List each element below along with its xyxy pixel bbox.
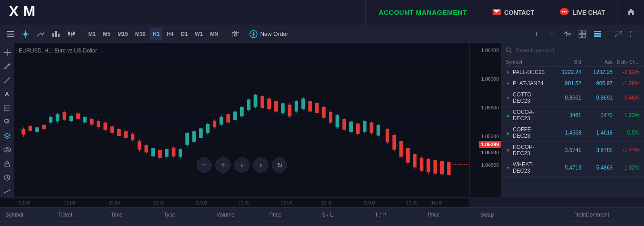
- svg-rect-160: [363, 121, 366, 132]
- zoom-out-btn[interactable]: −: [545, 28, 558, 40]
- svg-rect-80: [90, 119, 94, 125]
- timeframe-d1[interactable]: D1: [178, 28, 190, 40]
- symbol-daily: -2.12%: [613, 69, 640, 75]
- home-btn[interactable]: [618, 0, 644, 25]
- svg-rect-66: [42, 125, 46, 129]
- symbol-row[interactable]: ▼ PLAT-JAN24 901.52 905.97 -1.26%: [501, 78, 644, 89]
- search-symbol-input[interactable]: [515, 47, 640, 53]
- line-tool[interactable]: [1, 74, 13, 86]
- trade-tool[interactable]: [1, 186, 13, 197]
- line-chart-btn[interactable]: [34, 28, 47, 40]
- camera-btn[interactable]: [229, 28, 242, 40]
- timeframe-h4[interactable]: H4: [164, 28, 176, 40]
- new-order-btn[interactable]: New Order: [244, 28, 294, 40]
- svg-rect-172: [406, 148, 410, 162]
- svg-rect-154: [343, 119, 346, 130]
- svg-rect-138: [288, 105, 292, 117]
- scroll-right-btn[interactable]: ›: [253, 157, 268, 173]
- timeframe-m30[interactable]: M30: [133, 28, 148, 40]
- left-tools: A: [0, 43, 14, 197]
- contact-label: CONTACT: [504, 9, 534, 16]
- x-label-11: 15:00: [431, 200, 442, 205]
- current-price-tag-2: 1.05200: [481, 150, 499, 155]
- timeframe-m15[interactable]: M15: [115, 28, 130, 40]
- symbol-row[interactable]: ▲ COCOA-DEC23 3461 3470 1.23%: [501, 107, 644, 124]
- zoom-in-btn[interactable]: +: [530, 28, 543, 40]
- svg-point-46: [6, 149, 8, 151]
- list-view-btn[interactable]: [591, 28, 604, 40]
- svg-rect-92: [131, 134, 134, 140]
- symbol-name: PALL-DEC23: [513, 69, 550, 75]
- svg-line-50: [7, 178, 9, 179]
- fibonacci-tool[interactable]: [1, 102, 13, 113]
- svg-rect-74: [69, 116, 73, 121]
- symbol-bid: 3.6741: [550, 147, 581, 153]
- svg-rect-8: [7, 31, 14, 32]
- symbol-ask: 3.6788: [581, 147, 613, 153]
- svg-rect-60: [21, 129, 25, 135]
- bar-chart-btn[interactable]: [49, 28, 63, 40]
- scroll-left-btn[interactable]: ‹: [234, 157, 249, 173]
- symbol-row[interactable]: ▼ WHEAT-DEC23 5.4713 5.4863 1.32%: [501, 159, 644, 177]
- zoom-in-chart-btn[interactable]: +: [215, 157, 231, 173]
- eye-tool[interactable]: [1, 144, 13, 156]
- zoom-out-chart-btn[interactable]: −: [197, 157, 212, 173]
- search-icon: [506, 47, 512, 53]
- arrow-down-icon: ▼: [506, 148, 510, 153]
- home-icon: [627, 8, 635, 17]
- svg-rect-170: [399, 141, 403, 156]
- symbol-table-header: Symbol Bid Ask Daily Ch...: [501, 57, 644, 67]
- bottom-status-bar: Balance: 10 000.00 Equity: 10 000.00 Mar…: [0, 222, 644, 226]
- nav-actions: ACCOUNT MANAGEMENT CONTACT LIVE CHAT: [365, 0, 644, 25]
- current-price-tag: 1.05299: [479, 141, 501, 148]
- svg-rect-114: [206, 124, 210, 133]
- trade-col-sl: S / L: [322, 212, 375, 218]
- svg-rect-84: [103, 122, 107, 130]
- layers-tool[interactable]: [1, 130, 13, 142]
- symbol-row[interactable]: ▼ HGCOP-DEC23 3.6741 3.6788 -1.47%: [501, 142, 644, 159]
- account-management-btn[interactable]: ACCOUNT MANAGEMENT: [365, 0, 479, 25]
- text-tool[interactable]: A: [1, 88, 13, 100]
- svg-rect-23: [232, 32, 239, 37]
- svg-rect-102: [165, 149, 168, 157]
- link-tool[interactable]: [1, 116, 13, 127]
- symbol-ask: 0.8691: [581, 95, 613, 101]
- timeframe-mn[interactable]: MN: [207, 28, 221, 40]
- timeframe-m5[interactable]: M5: [100, 28, 113, 40]
- timeframe-h1[interactable]: H1: [150, 28, 162, 40]
- grid-btn[interactable]: [575, 28, 589, 40]
- symbol-row[interactable]: ▼ COTTO-DEC23 0.8661 0.8691 -0.46%: [501, 89, 644, 107]
- pencil-tool[interactable]: [1, 61, 13, 72]
- svg-rect-104: [172, 148, 176, 156]
- contact-btn[interactable]: CONTACT: [480, 0, 547, 25]
- crosshair-tool[interactable]: [1, 47, 13, 58]
- auto-scroll-btn[interactable]: [560, 28, 574, 40]
- svg-rect-98: [151, 148, 155, 156]
- toolbar-separator-right: [608, 30, 608, 39]
- timeframe-m1[interactable]: M1: [86, 28, 99, 40]
- svg-rect-88: [117, 129, 121, 136]
- new-order-label: New Order: [260, 30, 288, 37]
- svg-point-186: [507, 48, 511, 52]
- logo-area: X M: [0, 3, 72, 22]
- hamburger-menu-btn[interactable]: [4, 28, 17, 40]
- symbol-row[interactable]: ▲ COFFE-DEC23 1.4568 1.4618 0.5%: [501, 124, 644, 142]
- symbol-bid: 5.4713: [550, 165, 581, 171]
- fullscreen-btn[interactable]: [627, 28, 640, 40]
- col-ask-header: Ask: [581, 59, 613, 65]
- lock-tool[interactable]: [1, 158, 13, 170]
- svg-rect-33: [594, 33, 601, 35]
- candlestick-chart-btn[interactable]: [64, 28, 78, 40]
- svg-rect-9: [7, 34, 14, 35]
- price-label-1: 1.06400: [481, 48, 499, 53]
- symbol-row[interactable]: ▼ PALL-DEC23 1222.24 1232.25 -2.12%: [501, 67, 644, 78]
- refresh-chart-btn[interactable]: ↻: [272, 157, 287, 173]
- timeframe-w1[interactable]: W1: [192, 28, 206, 40]
- live-chat-btn[interactable]: LIVE CHAT: [547, 0, 618, 25]
- indicator-tool[interactable]: [1, 172, 13, 183]
- toolbar-separator-2: [225, 30, 225, 39]
- svg-rect-182: [440, 161, 444, 174]
- svg-rect-156: [349, 122, 353, 132]
- screenshot-btn[interactable]: [612, 28, 625, 40]
- crosshair-tool-btn[interactable]: [19, 28, 32, 40]
